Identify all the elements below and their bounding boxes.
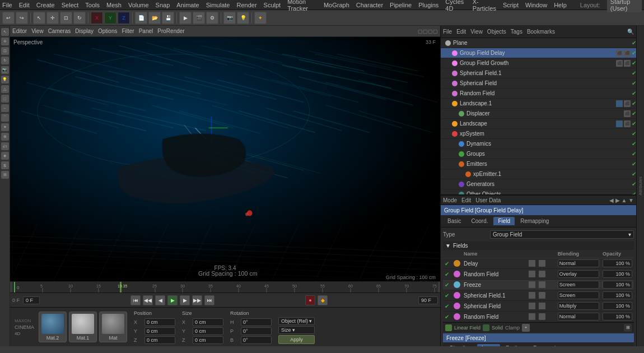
obj-icon-l-2[interactable]: ⬛: [624, 120, 631, 127]
left-field-icon[interactable]: ⊕: [1, 133, 9, 141]
obj-icon-disp-1[interactable]: ⬛: [624, 110, 631, 117]
obj-other-objects[interactable]: Other Objects ✔: [441, 189, 636, 195]
obj-group-field-growth[interactable]: Group Field Growth ⬛ ⬛ ✔: [441, 58, 636, 68]
vp-editor[interactable]: Editor: [12, 28, 27, 34]
menu-help[interactable]: Help: [554, 2, 567, 8]
blend-delay[interactable]: Normal: [558, 259, 599, 267]
rp-file[interactable]: File: [443, 29, 452, 35]
obj-groups[interactable]: Groups ✔: [441, 149, 636, 159]
rp-search-icon[interactable]: 🔍: [627, 29, 634, 35]
move-icon[interactable]: ✛: [46, 12, 59, 24]
light-icon[interactable]: 💡: [237, 12, 249, 24]
render-icon[interactable]: ▶: [179, 12, 192, 24]
render-settings-icon[interactable]: ⚙: [206, 12, 218, 24]
obj-emitters[interactable]: Emitters ✔: [441, 159, 636, 169]
material-swatch-mat[interactable]: Mat: [99, 312, 127, 342]
icon-sf-3[interactable]: [539, 303, 545, 309]
rp-view[interactable]: View: [470, 29, 483, 35]
size-y-input[interactable]: 0 cm: [193, 327, 223, 335]
icon-sf1-3[interactable]: [539, 292, 545, 299]
menu-simulate[interactable]: Simulate: [206, 2, 230, 8]
blend-random2[interactable]: Normal: [558, 313, 599, 321]
obj-icon-gfd-1[interactable]: ⬛: [616, 50, 623, 57]
timeline-bar[interactable]: 0 5 10 15 19.35 25 30: [10, 281, 440, 292]
obj-xpemitter1[interactable]: xpEmitter.1 ✔: [441, 169, 636, 179]
menu-xp[interactable]: X-Particles: [473, 0, 496, 12]
pos-z-input[interactable]: 0 cm: [144, 336, 175, 344]
material-swatch-mat1[interactable]: Mat.1: [69, 312, 97, 342]
vp-panel[interactable]: Panel: [139, 28, 153, 34]
rotate-icon[interactable]: ↻: [73, 12, 86, 24]
menu-window[interactable]: Window: [525, 2, 547, 8]
menu-script[interactable]: Script: [503, 2, 519, 8]
field-type-dropdown[interactable]: Group Field ▾: [490, 230, 634, 239]
obj-check-rf[interactable]: ✔: [632, 90, 636, 96]
expand-btn[interactable]: ⊞: [624, 324, 632, 332]
left-cube-icon[interactable]: □: [1, 95, 9, 103]
menu-mograph[interactable]: MoGraph: [324, 2, 349, 8]
obj-check-sf[interactable]: ✔: [632, 80, 636, 86]
left-tag-icon[interactable]: 🏷: [1, 142, 9, 150]
blend-sf[interactable]: Multiply: [558, 302, 599, 310]
pos-x-input[interactable]: 0 cm: [144, 318, 175, 326]
field-row-random[interactable]: ✔ Random Field Overlay 100 %: [443, 269, 634, 280]
obj-check-oo[interactable]: ✔: [632, 191, 636, 195]
obj-check-plane[interactable]: ✔: [632, 40, 636, 46]
menu-select[interactable]: Select: [62, 2, 79, 8]
obj-landscape-1[interactable]: Landscape.1 ⬛ ✔: [441, 99, 636, 109]
freeze-tab-layer[interactable]: Layer: [477, 344, 500, 347]
menu-pipeline[interactable]: Pipeline: [390, 2, 412, 8]
check-sf-f[interactable]: ✔: [445, 303, 449, 309]
menu-tools[interactable]: Tools: [85, 2, 100, 8]
rot-h-input[interactable]: 0°: [241, 318, 272, 326]
field-row-random2[interactable]: ✔ Random Field Normal 100 %: [443, 312, 634, 322]
userdata-tab[interactable]: User Data: [475, 197, 501, 203]
obj-icon-gfg-1[interactable]: ⬛: [616, 60, 623, 67]
scale-icon[interactable]: ⊡: [60, 12, 72, 24]
opacity-delay[interactable]: 100 %: [603, 259, 632, 267]
menu-edit[interactable]: Edit: [19, 2, 30, 8]
menu-animate[interactable]: Animate: [176, 2, 199, 8]
field-row-freeze[interactable]: ✔ Freeze Screen 100 %: [443, 280, 634, 290]
freeze-tab-radius[interactable]: Radius: [501, 344, 528, 347]
freeze-tab-blending[interactable]: Blending: [445, 344, 476, 347]
left-snap-icon[interactable]: ⊞: [1, 171, 9, 179]
viewport-3d[interactable]: Perspective: [10, 37, 440, 281]
opacity-sf1[interactable]: 100 %: [603, 291, 632, 299]
layout-dropdown[interactable]: Startup (User): [607, 0, 642, 12]
left-move-icon[interactable]: ✛: [1, 38, 9, 45]
rot-p-input[interactable]: 0°: [241, 327, 272, 335]
obj-icon-gfg-2[interactable]: ⬛: [624, 60, 631, 67]
vp-filter[interactable]: Filter: [122, 28, 134, 34]
obj-check-gen[interactable]: ✔: [632, 181, 636, 187]
obj-icon-l1-mat[interactable]: [616, 100, 623, 107]
vp-cameras[interactable]: Cameras: [48, 28, 71, 34]
obj-icon-l1-2[interactable]: ⬛: [624, 100, 631, 107]
left-light-icon[interactable]: 💡: [1, 76, 9, 83]
field-row-sf[interactable]: ✔ Spherical Field Multiply 100 %: [443, 301, 634, 312]
check-sf1-f[interactable]: ✔: [445, 292, 449, 299]
obj-icon-gfd-2[interactable]: ⬛: [624, 50, 631, 57]
icon-random-2[interactable]: [529, 271, 535, 277]
menu-sculpt[interactable]: Sculpt: [264, 2, 281, 8]
menu-mesh[interactable]: Mesh: [106, 2, 122, 8]
left-geo-icon[interactable]: △: [1, 85, 9, 93]
open-icon[interactable]: 📂: [148, 12, 161, 24]
vp-view[interactable]: View: [31, 28, 44, 34]
left-scale-icon[interactable]: ⊡: [1, 47, 9, 55]
icon-delay-2[interactable]: [529, 260, 535, 267]
left-s-icon[interactable]: S: [1, 161, 9, 169]
icon-sf-2[interactable]: [529, 303, 535, 309]
undo-icon[interactable]: ↩: [2, 12, 15, 24]
size-x-input[interactable]: 0 cm: [193, 318, 223, 326]
obj-check-xpe[interactable]: ✔: [632, 171, 636, 177]
select-icon[interactable]: ↖: [33, 12, 45, 24]
check-delay[interactable]: ✔: [445, 261, 449, 267]
obj-check-sf1[interactable]: ✔: [632, 70, 636, 76]
next-key-btn[interactable]: ▶▶: [192, 295, 202, 305]
left-select-icon[interactable]: ↖: [1, 28, 9, 36]
tab-coord[interactable]: Coord.: [466, 217, 492, 225]
blend-sf1[interactable]: Screen: [558, 291, 599, 299]
icon-freeze-3[interactable]: [539, 281, 545, 288]
new-icon[interactable]: 📄: [135, 12, 147, 24]
